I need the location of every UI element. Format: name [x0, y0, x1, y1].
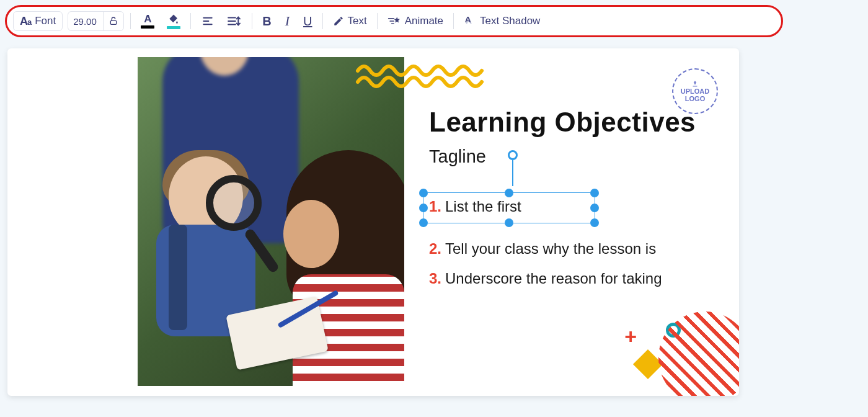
- list-number: 3.: [429, 270, 441, 287]
- pencil-icon: [333, 16, 344, 27]
- italic-button[interactable]: I: [281, 11, 293, 32]
- divider: [322, 13, 323, 29]
- underline-icon: U: [303, 14, 312, 29]
- resize-handle[interactable]: [419, 189, 428, 197]
- highlight-color-button[interactable]: [163, 11, 184, 32]
- align-button[interactable]: [197, 13, 218, 29]
- animate-label: Animate: [405, 15, 443, 27]
- divider: [252, 13, 252, 29]
- font-picker-button[interactable]: Aa Font: [13, 11, 63, 31]
- text-shadow-button[interactable]: AA Text Shadow: [460, 12, 544, 30]
- list-text: Tell your class why the lesson is: [445, 240, 656, 257]
- upload-logo-placeholder[interactable]: UPLOAD LOGO: [672, 68, 718, 114]
- unlock-icon: [108, 16, 118, 26]
- divider: [453, 13, 454, 29]
- font-size-control[interactable]: [68, 11, 124, 31]
- plus-decoration: +: [624, 325, 637, 349]
- svg-text:A: A: [465, 16, 471, 24]
- resize-handle[interactable]: [419, 218, 428, 227]
- squiggle-decoration: [355, 63, 491, 88]
- list-item[interactable]: 3.Underscore the reason for taking: [429, 270, 714, 287]
- resize-handle[interactable]: [590, 218, 599, 227]
- line-spacing-icon: [227, 16, 242, 27]
- upload-icon: [691, 80, 699, 87]
- italic-icon: I: [285, 13, 290, 29]
- slide-image[interactable]: [138, 57, 404, 386]
- bold-icon: B: [262, 14, 271, 29]
- text-color-swatch: [141, 25, 154, 29]
- paint-bucket-icon: [167, 14, 180, 25]
- list-item[interactable]: 2.Tell your class why the lesson is: [429, 240, 714, 258]
- divider: [130, 13, 131, 29]
- highlight-color-swatch: [167, 26, 180, 29]
- text-color-button[interactable]: A: [137, 11, 158, 31]
- bold-button[interactable]: B: [259, 12, 275, 31]
- font-size-input[interactable]: [68, 16, 103, 27]
- list-number: 2.: [429, 240, 441, 257]
- slide-tagline[interactable]: Tagline: [429, 146, 486, 167]
- rotate-handle-line: [512, 160, 513, 186]
- text-effects-label: Text: [348, 15, 367, 27]
- animate-button[interactable]: Animate: [384, 12, 447, 30]
- resize-handle[interactable]: [590, 204, 599, 212]
- resize-handle[interactable]: [505, 218, 513, 227]
- underline-button[interactable]: U: [299, 12, 316, 31]
- align-left-icon: [201, 16, 215, 27]
- divider: [190, 13, 191, 29]
- text-shadow-label: Text Shadow: [480, 15, 540, 27]
- svg-rect-0: [111, 20, 117, 24]
- rotate-handle[interactable]: [508, 150, 518, 160]
- slide-content: UPLOAD LOGO Learning Objectives Tagline …: [404, 57, 733, 386]
- selection-box[interactable]: [423, 192, 595, 223]
- text-color-icon: A: [144, 14, 151, 24]
- resize-handle[interactable]: [590, 189, 599, 197]
- editor-canvas[interactable]: UPLOAD LOGO Learning Objectives Tagline …: [7, 48, 739, 396]
- divider: [377, 13, 378, 29]
- animate-icon: [388, 16, 401, 27]
- list-text: Underscore the reason for taking: [445, 270, 662, 287]
- text-effects-button[interactable]: Text: [329, 12, 371, 30]
- text-shadow-icon: AA: [464, 16, 476, 27]
- font-label: Font: [35, 15, 56, 27]
- resize-handle[interactable]: [505, 189, 513, 197]
- resize-handle[interactable]: [419, 204, 428, 212]
- line-spacing-button[interactable]: [223, 13, 246, 29]
- font-icon: Aa: [20, 15, 31, 28]
- slide[interactable]: UPLOAD LOGO Learning Objectives Tagline …: [138, 57, 733, 386]
- slide-title[interactable]: Learning Objectives: [429, 107, 714, 138]
- text-toolbar: Aa Font A B I U Text Animate AA: [5, 5, 783, 37]
- lock-aspect-button[interactable]: [103, 12, 123, 30]
